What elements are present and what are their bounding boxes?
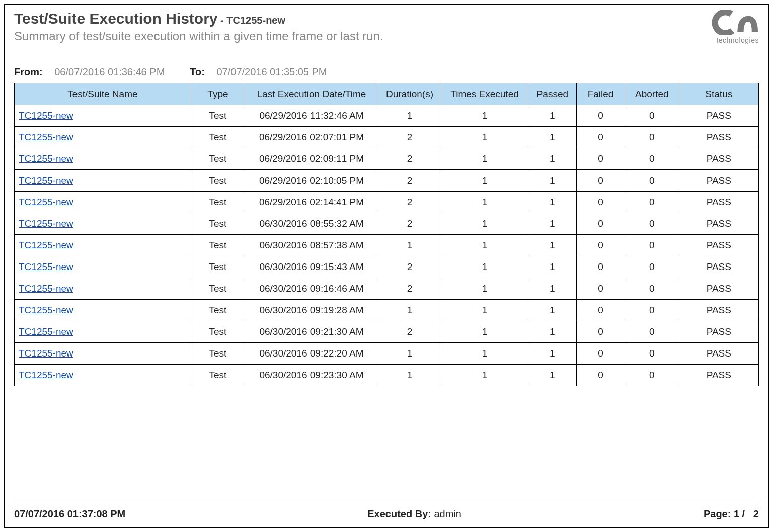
svg-point-0 [711,10,740,35]
cell-status: PASS [679,278,758,300]
cell-type: Test [191,300,245,321]
cell-aborted: 0 [625,256,679,278]
cell-status: PASS [679,105,758,127]
cell-last-exec: 06/29/2016 11:32:46 AM [245,105,378,127]
test-name-link[interactable]: TC1255-new [15,300,191,321]
cell-passed: 1 [528,278,576,300]
cell-passed: 1 [528,235,576,256]
cell-last-exec: 06/30/2016 09:21:30 AM [245,321,378,343]
table-row: TC1255-newTest06/30/2016 08:55:32 AM2110… [15,213,759,235]
cell-duration: 2 [378,256,441,278]
cell-type: Test [191,278,245,300]
cell-passed: 1 [528,192,576,213]
cell-status: PASS [679,235,758,256]
test-name-link[interactable]: TC1255-new [15,105,191,127]
test-name-link[interactable]: TC1255-new [15,256,191,278]
cell-type: Test [191,256,245,278]
table-row: TC1255-newTest06/30/2016 08:57:38 AM1110… [15,235,759,256]
test-name-link[interactable]: TC1255-new [15,343,191,365]
cell-failed: 0 [576,192,625,213]
cell-failed: 0 [576,278,625,300]
cell-passed: 1 [528,300,576,321]
test-name-link[interactable]: TC1255-new [15,192,191,213]
header: Test/Suite Execution History - TC1255-ne… [14,10,759,44]
footer: 07/07/2016 01:37:08 PM Executed By: admi… [14,501,759,520]
cell-last-exec: 06/30/2016 08:57:38 AM [245,235,378,256]
table-header-row: Test/Suite Name Type Last Execution Date… [15,83,759,105]
cell-failed: 0 [576,213,625,235]
cell-passed: 1 [528,321,576,343]
cell-failed: 0 [576,170,625,192]
cell-times: 1 [441,213,528,235]
results-table-wrap: Test/Suite Name Type Last Execution Date… [14,83,759,386]
from-value: 06/07/2016 01:36:46 PM [54,66,165,77]
cell-duration: 2 [378,278,441,300]
cell-aborted: 0 [625,105,679,127]
cell-duration: 1 [378,300,441,321]
cell-times: 1 [441,170,528,192]
cell-failed: 0 [576,105,625,127]
to-label: To: [190,66,205,77]
table-row: TC1255-newTest06/29/2016 02:14:41 PM2110… [15,192,759,213]
cell-status: PASS [679,365,758,386]
table-row: TC1255-newTest06/30/2016 09:21:30 AM2110… [15,321,759,343]
cell-aborted: 0 [625,213,679,235]
cell-aborted: 0 [625,148,679,170]
table-row: TC1255-newTest06/30/2016 09:16:46 AM2110… [15,278,759,300]
table-row: TC1255-newTest06/30/2016 09:15:43 AM2110… [15,256,759,278]
cell-failed: 0 [576,127,625,148]
col-header-times: Times Executed [441,83,528,105]
cell-passed: 1 [528,127,576,148]
cell-status: PASS [679,300,758,321]
cell-passed: 1 [528,365,576,386]
brand-logo: technologies [711,10,759,44]
cell-aborted: 0 [625,192,679,213]
cell-duration: 1 [378,105,441,127]
footer-timestamp: 07/07/2016 01:37:08 PM [14,508,125,520]
cell-failed: 0 [576,256,625,278]
from-label: From: [14,66,43,77]
test-name-link[interactable]: TC1255-new [15,321,191,343]
cell-failed: 0 [576,148,625,170]
cell-last-exec: 06/30/2016 09:19:28 AM [245,300,378,321]
test-name-link[interactable]: TC1255-new [15,278,191,300]
cell-last-exec: 06/30/2016 09:22:20 AM [245,343,378,365]
logo-caption: technologies [711,36,759,44]
cell-aborted: 0 [625,365,679,386]
col-header-passed: Passed [528,83,576,105]
cell-status: PASS [679,256,758,278]
test-name-link[interactable]: TC1255-new [15,213,191,235]
to-value: 07/07/2016 01:35:05 PM [216,66,327,77]
cell-last-exec: 06/29/2016 02:09:11 PM [245,148,378,170]
cell-passed: 1 [528,213,576,235]
cell-failed: 0 [576,300,625,321]
header-text: Test/Suite Execution History - TC1255-ne… [14,10,383,43]
test-name-link[interactable]: TC1255-new [15,365,191,386]
col-header-status: Status [679,83,758,105]
cell-status: PASS [679,213,758,235]
cell-aborted: 0 [625,235,679,256]
cell-duration: 2 [378,127,441,148]
table-row: TC1255-newTest06/30/2016 09:19:28 AM1110… [15,300,759,321]
page-subtitle: Summary of test/suite execution within a… [14,29,383,43]
test-name-link[interactable]: TC1255-new [15,170,191,192]
cell-aborted: 0 [625,278,679,300]
cell-times: 1 [441,127,528,148]
test-name-link[interactable]: TC1255-new [15,127,191,148]
cell-times: 1 [441,343,528,365]
cell-failed: 0 [576,343,625,365]
ca-logo-icon [711,10,759,35]
table-row: TC1255-newTest06/30/2016 09:22:20 AM1110… [15,343,759,365]
table-row: TC1255-newTest06/30/2016 09:23:30 AM1110… [15,365,759,386]
cell-aborted: 0 [625,170,679,192]
cell-status: PASS [679,170,758,192]
cell-last-exec: 06/30/2016 09:23:30 AM [245,365,378,386]
test-name-link[interactable]: TC1255-new [15,235,191,256]
col-header-last-exec: Last Execution Date/Time [245,83,378,105]
test-name-link[interactable]: TC1255-new [15,148,191,170]
cell-times: 1 [441,105,528,127]
col-header-duration: Duration(s) [378,83,441,105]
cell-passed: 1 [528,343,576,365]
cell-aborted: 0 [625,127,679,148]
cell-failed: 0 [576,235,625,256]
